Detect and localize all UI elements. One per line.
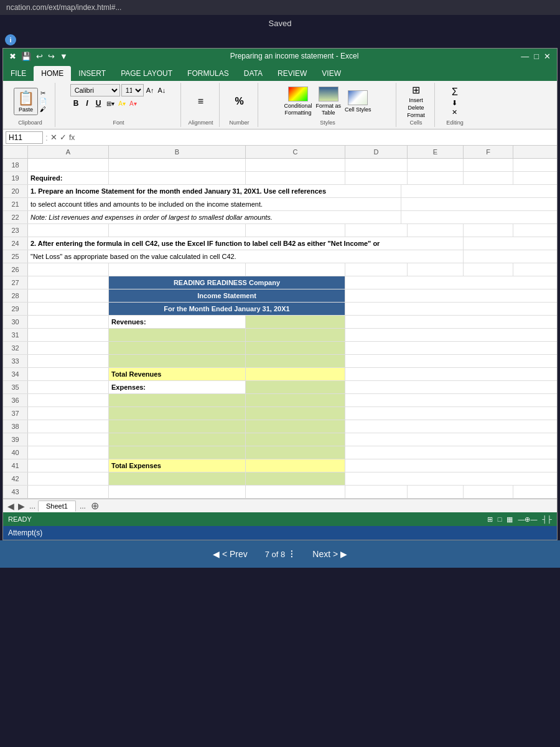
fill-icon[interactable]: ⬇ — [452, 99, 457, 107]
cell-31b[interactable] — [109, 329, 246, 341]
bold-button[interactable]: B — [70, 98, 82, 109]
tab-file[interactable]: FILE — [3, 66, 34, 81]
cell-41b[interactable]: Total Expenses — [109, 459, 246, 472]
cell-21a[interactable]: to select account titles and amounts to … — [28, 198, 401, 210]
cell-34b[interactable]: Total Revenues — [109, 368, 246, 380]
cell-29a[interactable] — [28, 303, 109, 315]
cell-42b[interactable] — [109, 472, 246, 485]
cell-40c[interactable] — [246, 446, 345, 459]
cell-23d[interactable] — [345, 224, 408, 237]
cell-18c[interactable] — [246, 159, 345, 171]
cell-23a[interactable] — [28, 224, 109, 237]
undo-icon[interactable]: ↩ — [35, 52, 44, 61]
border-dropdown-icon[interactable]: ⊞▾ — [106, 100, 114, 107]
cell-19e[interactable] — [408, 172, 464, 184]
font-size-select[interactable]: 11 — [121, 84, 144, 96]
cell-32a[interactable] — [28, 342, 109, 354]
cell-34a[interactable] — [28, 368, 109, 380]
tab-formulas[interactable]: FORMULAS — [180, 66, 236, 81]
cell-33a[interactable] — [28, 355, 109, 367]
font-color-icon[interactable]: A▾ — [129, 100, 137, 107]
sheet-nav-prev[interactable]: ◀ — [6, 501, 16, 511]
cell-35a[interactable] — [28, 381, 109, 393]
cell-41c[interactable] — [246, 459, 345, 472]
cell-30b[interactable]: Revenues: — [109, 316, 246, 328]
cell-24a[interactable]: 2. After entering the formula in cell C4… — [28, 237, 464, 250]
cell-19b[interactable] — [109, 172, 246, 184]
formula-input[interactable] — [77, 132, 554, 143]
cell-42a[interactable] — [28, 472, 109, 485]
redo-icon[interactable]: ↪ — [47, 52, 56, 61]
add-sheet-button[interactable]: ⊕ — [88, 500, 101, 512]
cell-37c[interactable] — [246, 407, 345, 420]
cell-43a[interactable] — [28, 486, 109, 498]
cell-43f[interactable] — [464, 486, 513, 498]
cell-43d[interactable] — [345, 486, 408, 498]
cell-28a[interactable] — [28, 289, 109, 302]
cell-39a[interactable] — [28, 433, 109, 446]
zoom-slider[interactable]: —⊕— — [518, 515, 537, 524]
font-family-select[interactable]: Calibri — [70, 84, 120, 96]
cell-26a[interactable] — [28, 263, 109, 276]
sum-icon[interactable]: Σ — [452, 87, 458, 98]
page-break-icon[interactable]: ▦ — [506, 515, 513, 524]
format-as-table-button[interactable]: Format asTable — [316, 87, 342, 116]
cell-38c[interactable] — [246, 420, 345, 433]
cell-18b[interactable] — [109, 159, 246, 171]
cell-33b[interactable] — [109, 355, 246, 367]
page-layout-icon[interactable]: □ — [498, 515, 502, 523]
minimize-icon[interactable]: — — [520, 52, 530, 61]
alignment-icon[interactable]: ≡ — [198, 96, 203, 107]
cell-37a[interactable] — [28, 407, 109, 420]
cell-26f[interactable] — [464, 263, 513, 276]
quick-access-dropdown-icon[interactable]: ▼ — [58, 52, 69, 61]
cell-styles-button[interactable]: Cell Styles — [345, 90, 371, 113]
cell-43c[interactable] — [246, 486, 345, 498]
maximize-icon[interactable]: □ — [533, 52, 540, 61]
cell-18e[interactable] — [408, 159, 464, 171]
italic-button[interactable]: I — [83, 98, 91, 109]
format-painter-button[interactable]: 🖌 — [39, 106, 47, 113]
cell-31a[interactable] — [28, 329, 109, 341]
cell-27a[interactable] — [28, 276, 109, 289]
cell-19a[interactable]: Required: — [28, 172, 109, 184]
cell-18a[interactable] — [28, 159, 109, 171]
tab-page-layout[interactable]: PAGE LAYOUT — [113, 66, 180, 81]
paste-button[interactable]: 📋 Paste — [14, 88, 38, 115]
confirm-formula-icon[interactable]: ✓ — [60, 133, 67, 142]
tab-home[interactable]: HOME — [34, 66, 71, 81]
cell-26c[interactable] — [246, 263, 345, 276]
cell-27b[interactable]: READING READINESS Company — [109, 276, 345, 289]
tab-data[interactable]: DATA — [236, 66, 270, 81]
cell-31c[interactable] — [246, 329, 345, 341]
cell-38b[interactable] — [109, 420, 246, 433]
fill-color-icon[interactable]: A▾ — [118, 100, 126, 107]
cell-34c[interactable] — [246, 368, 345, 380]
cell-36b[interactable] — [109, 394, 246, 406]
cell-25a[interactable]: "Net Loss" as appropriate based on the v… — [28, 250, 464, 263]
cell-36a[interactable] — [28, 394, 109, 406]
cell-33c[interactable] — [246, 355, 345, 367]
cell-26b[interactable] — [109, 263, 246, 276]
cancel-formula-icon[interactable]: ✕ — [50, 133, 57, 142]
normal-view-icon[interactable]: ⊞ — [487, 515, 493, 524]
cell-43e[interactable] — [408, 486, 464, 498]
cell-41a[interactable] — [28, 459, 109, 472]
cell-19c[interactable] — [246, 172, 345, 184]
font-shrink-button[interactable]: A↓ — [157, 87, 167, 94]
cell-23f[interactable] — [464, 224, 513, 237]
sheet-nav-next[interactable]: ▶ — [16, 501, 27, 511]
cell-19d[interactable] — [345, 172, 408, 184]
clear-icon[interactable]: ✕ — [452, 108, 457, 116]
cell-36c[interactable] — [246, 394, 345, 406]
cell-43b[interactable] — [109, 486, 246, 498]
cell-19f[interactable] — [464, 172, 513, 184]
tab-review[interactable]: REVIEW — [270, 66, 314, 81]
tab-view[interactable]: VIEW — [314, 66, 348, 81]
cell-30c[interactable] — [246, 316, 345, 328]
cell-18d[interactable] — [345, 159, 408, 171]
cell-35c[interactable] — [246, 381, 345, 393]
font-grow-button[interactable]: A↑ — [145, 87, 156, 94]
cell-39b[interactable] — [109, 433, 246, 446]
cell-38a[interactable] — [28, 420, 109, 433]
